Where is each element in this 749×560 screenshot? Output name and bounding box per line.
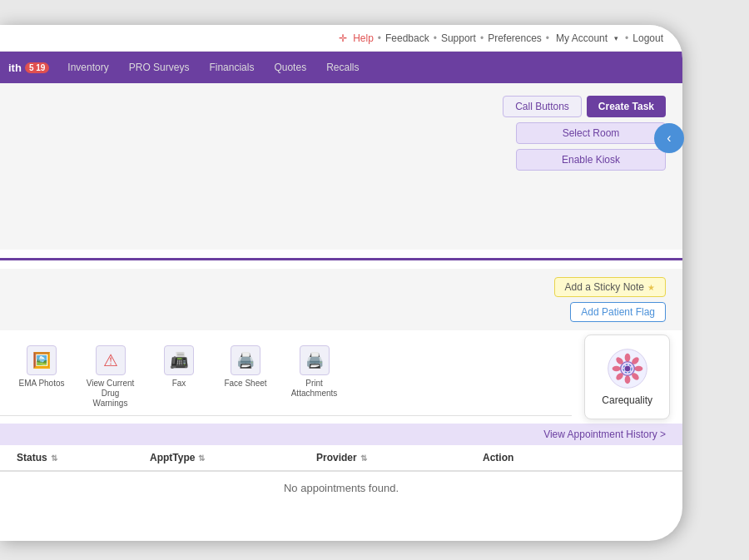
drug-warnings-label: View Current Drug Warnings — [83, 379, 137, 409]
create-task-button[interactable]: Create Task — [587, 96, 666, 117]
svg-point-9 — [612, 366, 620, 372]
carequality-label: Carequality — [602, 394, 652, 406]
sort-icon-provider[interactable]: ⇅ — [360, 453, 367, 463]
nav-item-pro-surveys[interactable]: PRO Surveys — [119, 52, 200, 83]
device-frame: ✛ Help • Feedback • Support • Preference… — [0, 25, 682, 541]
table-header-appttype: ApptType ⇅ — [150, 452, 316, 463]
chevron-left-icon: ‹ — [667, 131, 671, 146]
quick-action-fax[interactable]: 📠 Fax — [154, 345, 204, 389]
table-header-action: Action — [483, 452, 666, 463]
enable-kiosk-button[interactable]: Enable Kiosk — [516, 149, 666, 171]
logout-link[interactable]: Logout — [632, 32, 663, 44]
fax-label: Fax — [172, 379, 186, 389]
quick-actions-row: 🖼️ EMA Photos ⚠ View Current Drug Warnin… — [0, 330, 682, 424]
nav-item-financials[interactable]: Financials — [199, 52, 264, 83]
help-icon: ✛ — [339, 32, 347, 44]
svg-point-3 — [624, 354, 630, 362]
main-content: Call Buttons Create Task Select Room Ena… — [0, 83, 682, 250]
my-account-dropdown[interactable]: My Account ▾ — [553, 32, 621, 44]
quick-actions: 🖼️ EMA Photos ⚠ View Current Drug Warnin… — [0, 339, 572, 416]
appointments-table: Status ⇅ ApptType ⇅ Provider ⇅ Action No… — [0, 445, 682, 504]
svg-point-5 — [634, 366, 642, 372]
purple-divider — [0, 258, 682, 260]
quick-action-print-attachments[interactable]: 🖨️ Print Attachments — [287, 345, 341, 399]
add-sticky-note-button[interactable]: Add a Sticky Note — [554, 277, 666, 297]
top-btn-row: Call Buttons Create Task — [503, 96, 666, 117]
nav-item-recalls[interactable]: Recalls — [316, 52, 369, 83]
utility-bar: ✛ Help • Feedback • Support • Preference… — [0, 25, 682, 52]
svg-point-2 — [624, 366, 630, 372]
panel-toggle-button[interactable]: ‹ — [654, 123, 684, 153]
no-appointments-text: No appointments found. — [284, 482, 399, 494]
nav-item-inventory[interactable]: Inventory — [57, 52, 118, 83]
table-body: No appointments found. — [0, 472, 682, 504]
action-buttons: Call Buttons Create Task Select Room Ena… — [17, 96, 666, 171]
select-room-button[interactable]: Select Room — [516, 122, 666, 144]
call-buttons-button[interactable]: Call Buttons — [503, 96, 582, 117]
support-link[interactable]: Support — [441, 32, 476, 44]
face-sheet-icon: 🖨️ — [231, 345, 260, 375]
carequality-logo-icon — [607, 348, 648, 389]
fax-icon: 📠 — [164, 345, 194, 375]
quick-action-face-sheet[interactable]: 🖨️ Face Sheet — [221, 345, 270, 389]
face-sheet-label: Face Sheet — [224, 379, 266, 389]
table-header-status: Status ⇅ — [17, 452, 150, 463]
nav-item-quotes[interactable]: Quotes — [264, 52, 316, 83]
table-header: Status ⇅ ApptType ⇅ Provider ⇅ Action — [0, 445, 682, 472]
preferences-link[interactable]: Preferences — [488, 32, 542, 44]
quick-action-ema-photos[interactable]: 🖼️ EMA Photos — [17, 345, 67, 389]
help-link[interactable]: Help — [353, 32, 374, 44]
svg-point-7 — [624, 375, 630, 384]
ema-photos-label: EMA Photos — [18, 379, 64, 389]
nav-badge: 5 19 — [25, 62, 49, 73]
carequality-card[interactable]: Carequality — [584, 335, 670, 419]
nav-brand: ith 5 19 — [8, 62, 49, 74]
chevron-down-icon: ▾ — [614, 34, 618, 42]
sort-icon-status[interactable]: ⇅ — [51, 453, 57, 463]
feedback-link[interactable]: Feedback — [385, 32, 429, 44]
drug-warnings-icon: ⚠ — [96, 345, 126, 375]
table-header-provider: Provider ⇅ — [316, 452, 483, 463]
print-attachments-icon: 🖨️ — [300, 345, 330, 375]
appointments-bar: View Appointment History — [0, 424, 682, 445]
nav-bar: ith 5 19 Inventory PRO Surveys Financial… — [0, 52, 682, 83]
add-patient-flag-button[interactable]: Add Patient Flag — [570, 302, 666, 322]
sort-icon-appttype[interactable]: ⇅ — [198, 453, 205, 463]
print-attachments-label: Print Attachments — [287, 379, 341, 399]
ema-photos-icon: 🖼️ — [27, 345, 57, 375]
view-appointment-history-link[interactable]: View Appointment History — [543, 429, 666, 440]
quick-action-drug-warnings[interactable]: ⚠ View Current Drug Warnings — [83, 345, 137, 409]
notes-area: Add a Sticky Note Add Patient Flag — [0, 269, 682, 330]
